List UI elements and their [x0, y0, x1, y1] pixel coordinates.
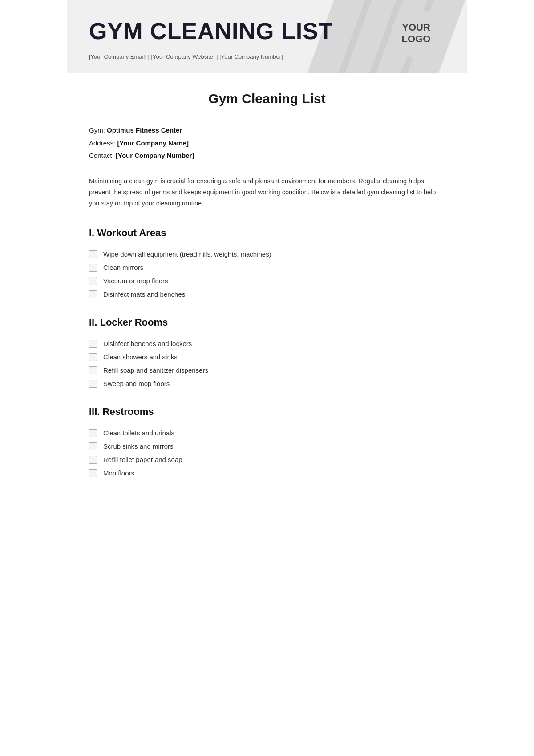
checkbox-icon[interactable] — [89, 442, 97, 450]
checklist-workout-areas: Wipe down all equipment (treadmills, wei… — [89, 248, 445, 301]
list-item-text: Refill soap and sanitizer dispensers — [103, 366, 208, 374]
checkbox-icon[interactable] — [89, 250, 97, 258]
list-item: Vacuum or mop floors — [89, 274, 445, 288]
checkbox-icon[interactable] — [89, 380, 97, 388]
contact-line: Contact: [Your Company Number] — [89, 149, 445, 162]
list-item: Clean showers and sinks — [89, 350, 445, 364]
checkbox-icon[interactable] — [89, 366, 97, 374]
list-item: Sweep and mop floors — [89, 377, 445, 390]
list-item: Clean toilets and urinals — [89, 426, 445, 440]
checkbox-icon[interactable] — [89, 264, 97, 272]
list-item: Refill soap and sanitizer dispensers — [89, 364, 445, 377]
checkbox-icon[interactable] — [89, 456, 97, 464]
gym-label: Gym: — [89, 126, 105, 134]
logo-line2: LOGO — [402, 33, 431, 45]
list-item-text: Clean toilets and urinals — [103, 429, 174, 437]
checkbox-icon[interactable] — [89, 353, 97, 361]
list-item-text: Clean mirrors — [103, 264, 143, 271]
list-item-text: Clean showers and sinks — [103, 353, 178, 361]
header-contact: [Your Company Email] | [Your Company Web… — [89, 53, 445, 60]
checkbox-icon[interactable] — [89, 469, 97, 477]
list-item: Disinfect mats and benches — [89, 288, 445, 301]
contact-value: [Your Company Number] — [116, 152, 194, 159]
section-heading-locker-rooms: II. Locker Rooms — [89, 317, 445, 328]
list-item: Mop floors — [89, 466, 445, 480]
list-item-text: Wipe down all equipment (treadmills, wei… — [103, 250, 271, 258]
checkbox-icon[interactable] — [89, 429, 97, 437]
section-heading-workout-areas: I. Workout Areas — [89, 227, 445, 239]
list-item-text: Refill toilet paper and soap — [103, 456, 182, 463]
checklist-restrooms: Clean toilets and urinalsScrub sinks and… — [89, 426, 445, 480]
checkbox-icon[interactable] — [89, 290, 97, 298]
document-title: Gym Cleaning List — [89, 91, 445, 106]
sections-container: I. Workout AreasWipe down all equipment … — [89, 227, 445, 480]
main-content: Gym Cleaning List Gym: Optimus Fitness C… — [67, 73, 467, 522]
logo-circle: YOUR LOGO — [392, 9, 441, 58]
checkbox-icon[interactable] — [89, 277, 97, 285]
gym-line: Gym: Optimus Fitness Center — [89, 124, 445, 137]
list-item: Refill toilet paper and soap — [89, 453, 445, 466]
list-item-text: Vacuum or mop floors — [103, 277, 168, 285]
list-item: Scrub sinks and mirrors — [89, 440, 445, 453]
list-item-text: Scrub sinks and mirrors — [103, 442, 174, 450]
section-heading-restrooms: III. Restrooms — [89, 406, 445, 418]
list-item-text: Disinfect mats and benches — [103, 290, 185, 298]
list-item: Disinfect benches and lockers — [89, 337, 445, 350]
contact-label: Contact: — [89, 152, 114, 159]
list-item: Clean mirrors — [89, 261, 445, 274]
description-text: Maintaining a clean gym is crucial for e… — [89, 176, 445, 209]
list-item-text: Disinfect benches and lockers — [103, 340, 192, 347]
address-value: [Your Company Name] — [117, 139, 189, 147]
list-item-text: Sweep and mop floors — [103, 380, 170, 387]
address-line: Address: [Your Company Name] — [89, 137, 445, 150]
page-header: GYM CLEANING LIST YOUR LOGO [Your Compan… — [67, 0, 467, 73]
checkbox-icon[interactable] — [89, 340, 97, 348]
list-item-text: Mop floors — [103, 469, 134, 477]
list-item: Wipe down all equipment (treadmills, wei… — [89, 248, 445, 261]
address-label: Address: — [89, 139, 115, 147]
checklist-locker-rooms: Disinfect benches and lockersClean showe… — [89, 337, 445, 390]
gym-value: Optimus Fitness Center — [107, 126, 182, 134]
info-block: Gym: Optimus Fitness Center Address: [Yo… — [89, 124, 445, 162]
logo-line1: YOUR — [402, 22, 430, 33]
